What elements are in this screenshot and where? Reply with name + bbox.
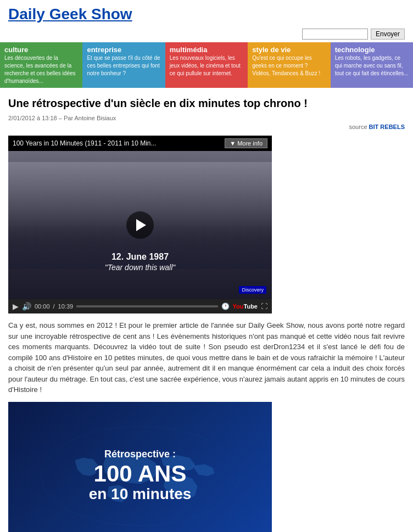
article-title: Une rétrospective d'un siècle en dix min… [8,96,405,110]
article-by: – Par [59,115,75,121]
youtube-logo: YouTube [233,303,258,310]
time-icon: 🕐 [221,303,230,310]
current-time: 00:00 [35,303,50,310]
nav-culture-desc: Les découvertes de la science, les avanc… [4,55,76,84]
video-player: 100 Years in 10 Minutes (1911 - 2011 in … [8,136,272,313]
search-input[interactable] [302,29,368,40]
search-bar: Envoyer [0,26,413,42]
article-source: source BIT REBELS [8,124,405,130]
nav-multimedia-label: multimédia [170,46,243,54]
search-button[interactable]: Envoyer [371,29,405,40]
video-more-info-button[interactable]: ▼ More info [225,138,267,148]
nav-entreprise-label: entreprise [87,46,160,54]
site-title[interactable]: Daily Geek Show [8,5,405,23]
nav-style-desc: Qu'est ce qui occupe les geeks en ce mom… [252,55,320,76]
nav-technologie-label: technologie [335,46,409,54]
article-author: Antoine Bisiaux [75,115,116,121]
site-header: Daily Geek Show [0,0,413,26]
article-image: Rétrospective : 100 ANS en 10 minutes [8,402,272,533]
video-play-button[interactable] [126,211,154,239]
article-meta: 2/01/2012 à 13:18 – Par Antoine Bisiaux [8,115,405,121]
nav-culture[interactable]: culture Les découvertes de la science, l… [0,42,82,88]
nav-multimedia-desc: Les nouveaux logiciels, les jeux vidéos,… [170,55,241,76]
source-label: source [349,124,367,130]
article-body: Ca y est, nous sommes en 2012 ! Et pour … [8,320,405,395]
volume-button[interactable]: 🔊 [22,302,31,311]
site-title-link[interactable]: Daily Geek Show [8,5,132,23]
nav-culture-label: culture [4,46,78,54]
nav-technologie[interactable]: technologie Les robots, les gadgets, ce … [331,42,413,88]
progress-bar[interactable] [76,305,217,307]
nav-technologie-desc: Les robots, les gadgets, ce qui marche a… [335,55,409,76]
nav-entreprise[interactable]: entreprise Et que se passe t'il du côté … [82,42,165,88]
main-nav: culture Les découvertes de la science, l… [0,42,413,88]
video-caption-quote: "Tear down this wall" [8,263,272,272]
fullscreen-button[interactable]: ⛶ [261,303,267,310]
nav-style-label: style de vie [252,46,326,54]
video-title: 100 Years in 10 Minutes (1911 - 2011 in … [13,139,157,147]
source-link[interactable]: BIT REBELS [369,124,405,130]
video-logo: Discovery [239,286,266,294]
nav-multimedia[interactable]: multimédia Les nouveaux logiciels, les j… [165,42,248,88]
video-thumbnail[interactable]: 12. June 1987 "Tear down this wall" Disc… [8,151,272,299]
article-body-text: Ca y est, nous sommes en 2012 ! Et pour … [8,321,405,394]
video-caption: 12. June 1987 "Tear down this wall" [8,252,272,272]
time-separator: / [53,303,55,310]
image-line2: 100 ANS [89,462,192,485]
image-line1: Rétrospective : [89,449,192,460]
video-top-bar: 100 Years in 10 Minutes (1911 - 2011 in … [8,136,272,151]
main-content: Une rétrospective d'un siècle en dix min… [0,88,413,532]
nav-entreprise-desc: Et que se passe t'il du côté de ces bell… [87,55,160,76]
play-pause-button[interactable]: ▶ [13,302,19,311]
video-caption-date: 12. June 1987 [8,252,272,262]
total-time: 10:39 [58,303,74,310]
image-overlay: Rétrospective : 100 ANS en 10 minutes [89,449,192,503]
article-date: 2/01/2012 à 13:18 [8,115,57,121]
video-controls: ▶ 🔊 00:00 / 10:39 🕐 YouTube ⛶ [8,299,272,313]
nav-style[interactable]: style de vie Qu'est ce qui occupe les ge… [248,42,330,88]
image-line3: en 10 minutes [89,485,192,503]
